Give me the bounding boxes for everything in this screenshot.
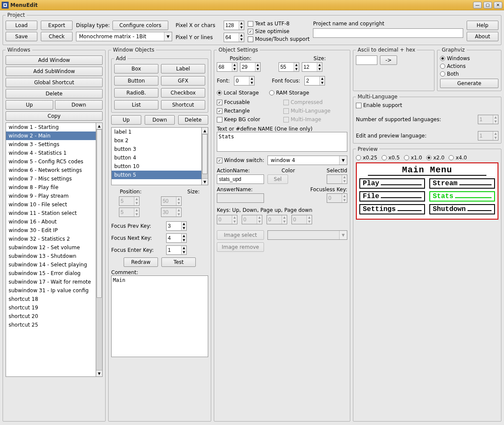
project-name-input[interactable] [313,28,463,38]
rectangle-check[interactable]: ✓Rectangle [217,108,281,114]
zoom-x4-0[interactable]: x4.0 [449,155,467,161]
add-list-button[interactable]: List [114,100,158,110]
list-item[interactable]: window 4 - Statistics 1 [6,149,96,157]
size-optimise-check[interactable]: ✓Size optimise [248,28,310,34]
list-item[interactable]: window 8 - Play file [6,183,96,192]
help-button[interactable]: Help [467,21,498,30]
global-shortcut-button[interactable]: Global Shortcut [6,78,103,87]
list-item[interactable]: shortcut 20 [6,312,96,321]
list-item[interactable]: label 1 [112,128,201,136]
keep-bg-check[interactable]: Keep BG color [217,116,281,122]
obj-size-w[interactable]: ▲▼ [279,62,299,72]
windows-scrollbar[interactable]: ▲▼ [96,122,103,377]
list-item[interactable]: button 10 [112,162,201,171]
list-item[interactable]: subwindow 17 - Wait for remote [6,278,96,286]
list-item[interactable]: shortcut 18 [6,295,96,303]
list-item[interactable]: window 6 - Network settings [6,166,96,174]
list-item[interactable]: window 7 - Misc settings [6,174,96,183]
object-down-button[interactable]: Down [145,115,175,125]
action-name-input[interactable] [217,174,264,184]
export-button[interactable]: Export [41,21,73,30]
list-item[interactable]: window 5 - Config RC5 codes [6,157,96,166]
enable-multilang-check[interactable]: Enable support [356,102,402,108]
add-window-button[interactable]: Add Window [6,55,103,65]
text-utf8-check[interactable]: Text as UTF-8 [248,21,310,27]
window-switch-check[interactable]: ✓Window switch: [217,157,264,163]
add-radiob-button[interactable]: RadioB. [114,88,158,98]
gv-actions-radio[interactable]: Actions [440,63,498,69]
list-item[interactable]: box 2 [112,136,201,145]
close-button[interactable]: ✕ [494,2,502,9]
gv-windows-radio[interactable]: Windows [440,55,498,61]
focus-prev-spin[interactable]: ▲▼ [166,221,187,231]
list-item[interactable]: subwindow 13 - Shutdown [6,252,96,260]
list-item[interactable]: button 4 [112,153,201,162]
window-switch-combo[interactable]: window 4▼ [267,156,347,165]
obj-size-h[interactable]: ▲▼ [302,62,322,72]
window-copy-button[interactable]: Copy [6,111,103,121]
comment-textarea[interactable]: Main [111,275,208,357]
gv-generate-button[interactable]: Generate [440,79,498,88]
add-label-button[interactable]: Label [161,64,205,73]
focusable-check[interactable]: ✓Focusable [217,99,281,105]
object-up-button[interactable]: Up [111,115,141,125]
list-item[interactable]: window 16 - About [6,217,96,226]
minimize-button[interactable]: — [473,2,482,9]
list-item[interactable]: subwindow 15 - Error dialog [6,269,96,278]
ram-storage-radio[interactable]: RAM Storage [269,90,309,96]
test-button[interactable]: Test [161,257,196,267]
add-checkbox-button[interactable]: Checkbox [161,88,205,98]
add-subwindow-button[interactable]: Add SubWindow [6,67,103,76]
about-button[interactable]: About [467,32,498,41]
configure-colors-button[interactable]: Configure colors [112,21,168,30]
list-item[interactable]: button 5 [112,171,201,179]
font-spin[interactable]: ▲▼ [234,76,255,86]
windows-list[interactable]: window 1 - Startingwindow 2 - Mainwindow… [6,122,96,377]
delete-window-button[interactable]: Delete [6,89,103,98]
object-text-input[interactable]: Stats [217,132,347,152]
zoom-x2-0[interactable]: x2.0 [426,155,444,161]
local-storage-radio[interactable]: Local Storage [217,90,259,96]
add-box-button[interactable]: Box [114,64,158,73]
save-button[interactable]: Save [6,32,37,41]
maximize-button[interactable]: ▢ [483,2,492,9]
list-item[interactable]: window 1 - Starting [6,123,96,131]
check-button[interactable]: Check [41,32,73,41]
list-item[interactable]: subwindow 14 - Select playing [6,260,96,269]
display-type-combo[interactable]: Monochrome matrix - 1Bit ▼ [76,32,172,41]
ascii-convert-button[interactable]: -> [380,55,397,65]
list-item[interactable]: button 3 [112,145,201,153]
add-button-button[interactable]: Button [114,76,158,86]
window-down-button[interactable]: Down [55,100,103,110]
obj-pos-y[interactable]: ▲▼ [240,62,261,72]
list-item[interactable]: window 11 - Station select [6,209,96,217]
pixel-y-spin[interactable]: ▲▼ [224,33,244,42]
objects-scrollbar[interactable]: ▲▼ [202,127,208,185]
object-delete-button[interactable]: Delete [178,115,208,125]
load-button[interactable]: Load [6,21,37,30]
add-shortcut-button[interactable]: Shortcut [161,100,205,110]
gv-both-radio[interactable]: Both [440,71,498,77]
obj-pos-x[interactable]: ▲▼ [217,62,237,72]
list-item[interactable]: window 30 - Edit IP [6,226,96,235]
list-item[interactable]: shortcut 25 [6,321,96,329]
zoom-x0-25[interactable]: x0.25 [356,155,377,161]
focus-enter-spin[interactable]: ▲▼ [166,245,187,255]
list-item[interactable]: window 32 - Statistics 2 [6,235,96,243]
ascii-input[interactable] [356,55,377,65]
window-up-button[interactable]: Up [6,100,53,110]
list-item[interactable]: subwindow 31 - Ip value config [6,286,96,295]
focus-next-spin[interactable]: ▲▼ [166,233,187,243]
add-gfx-button[interactable]: GFX [161,76,205,86]
list-item[interactable]: window 9 - Play stream [6,192,96,200]
list-item[interactable]: window 2 - Main [6,131,96,140]
pixel-x-spin[interactable]: ▲▼ [224,21,244,30]
list-item[interactable]: shortcut 19 [6,303,96,312]
list-item[interactable]: window 10 - File select [6,200,96,209]
list-item[interactable]: subwindow 12 - Set volume [6,243,96,252]
mouse-touch-check[interactable]: Mouse/Touch support [248,36,310,42]
font-focus-spin[interactable]: ▲▼ [304,76,325,86]
titlebar[interactable]: MenuEdit — ▢ ✕ [0,0,504,10]
zoom-radios[interactable]: x0.25x0.5x1.0x2.0x4.0 [356,155,498,161]
list-item[interactable]: window 3 - Settings [6,140,96,149]
